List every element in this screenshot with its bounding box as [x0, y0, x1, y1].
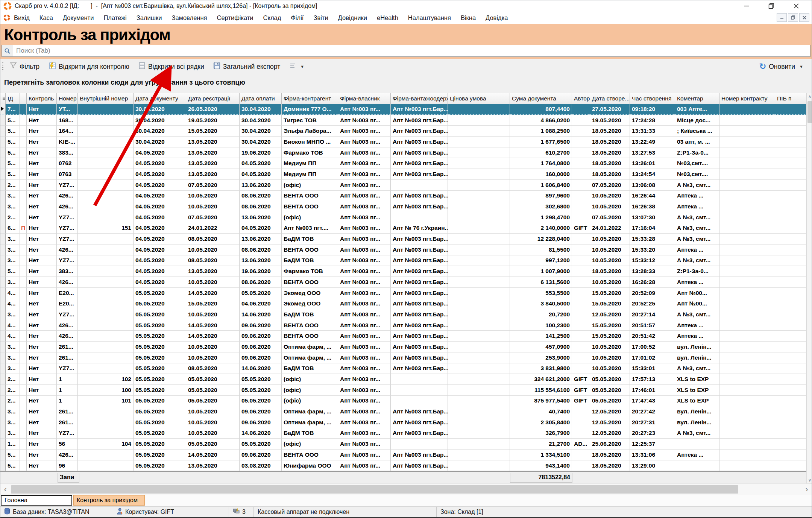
- table-cell[interactable]: 20:27:31: [630, 417, 675, 428]
- table-cell[interactable]: [775, 298, 806, 309]
- table-cell[interactable]: 04.05.2020: [134, 234, 186, 245]
- table-cell[interactable]: Апт №003 пг...: [338, 147, 391, 158]
- table-cell[interactable]: 20:51:57: [630, 320, 675, 331]
- table-cell[interactable]: [20, 104, 27, 115]
- table-cell[interactable]: 25.06.2020: [590, 439, 630, 450]
- table-cell[interactable]: [572, 277, 590, 288]
- search-input[interactable]: [13, 45, 810, 56]
- table-cell[interactable]: [20, 396, 27, 407]
- table-cell[interactable]: [719, 137, 775, 147]
- table-cell[interactable]: [775, 385, 806, 396]
- table-cell[interactable]: Экомед ООО: [282, 288, 338, 299]
- table-cell[interactable]: Апт №003 пгт.Бар...: [391, 104, 448, 115]
- table-cell[interactable]: [719, 396, 775, 407]
- table-cell[interactable]: [719, 363, 775, 374]
- table-cell[interactable]: Нет: [27, 212, 57, 223]
- table-cell[interactable]: Апт №003 пг...: [338, 277, 391, 288]
- table-cell[interactable]: [78, 245, 134, 255]
- table-cell[interactable]: [448, 298, 510, 309]
- table-cell[interactable]: Нет: [27, 352, 57, 363]
- table-cell[interactable]: [775, 201, 806, 212]
- column-header[interactable]: Контроль: [27, 93, 57, 104]
- table-cell[interactable]: 17:00:52: [630, 342, 675, 352]
- table-cell[interactable]: Нет: [27, 309, 57, 320]
- table-cell[interactable]: [78, 137, 134, 147]
- table-cell[interactable]: Апт №003 пгт.Бар...: [391, 298, 448, 309]
- table-cell[interactable]: Апт №003 пг...: [338, 288, 391, 299]
- table-cell[interactable]: 04.05.2020: [134, 201, 186, 212]
- column-header[interactable]: Сума документа: [510, 93, 572, 104]
- table-cell[interactable]: [775, 309, 806, 320]
- table-cell[interactable]: [775, 320, 806, 331]
- table-cell[interactable]: 15.05.2020: [186, 298, 240, 309]
- menu-item[interactable]: Налаштування: [408, 14, 451, 21]
- table-cell[interactable]: 3...: [6, 191, 20, 202]
- column-header[interactable]: Номер контракту: [719, 93, 775, 104]
- table-cell[interactable]: 05.05.2020: [134, 396, 186, 407]
- table-cell[interactable]: 13:31:33: [630, 126, 675, 137]
- table-cell[interactable]: А №3, смт...: [675, 180, 719, 191]
- table-cell[interactable]: 12.05.2020: [590, 406, 630, 417]
- table-cell[interactable]: 3...: [6, 342, 20, 352]
- table-cell[interactable]: 19.06.2020: [240, 147, 282, 158]
- table-cell[interactable]: Нет: [27, 266, 57, 277]
- table-cell[interactable]: 15:33:28: [630, 234, 675, 245]
- table-cell[interactable]: 3...: [6, 363, 20, 374]
- table-cell[interactable]: 7...: [6, 104, 20, 115]
- table-row[interactable]: 2...Нет110005.05.202005.05.202005.05.202…: [0, 385, 806, 396]
- table-cell[interactable]: 16:26:44: [630, 191, 675, 202]
- table-cell[interactable]: 20:27:23: [630, 428, 675, 439]
- table-cell[interactable]: 5...: [6, 137, 20, 147]
- table-cell[interactable]: 17:46:01: [630, 385, 675, 396]
- table-cell[interactable]: 3...: [6, 428, 20, 439]
- table-cell[interactable]: 5...: [6, 169, 20, 180]
- table-cell[interactable]: 24.01.2022: [186, 223, 240, 234]
- table-cell[interactable]: Апт №003 пгт.Бар...: [391, 288, 448, 299]
- table-cell[interactable]: 426...: [57, 201, 78, 212]
- table-cell[interactable]: [775, 234, 806, 245]
- table-cell[interactable]: 04.06.2020: [240, 298, 282, 309]
- table-cell[interactable]: [719, 201, 775, 212]
- table-cell[interactable]: [391, 374, 448, 385]
- table-cell[interactable]: Аптека ...: [675, 320, 719, 331]
- table-cell[interactable]: БаДМ ТОВ: [282, 234, 338, 245]
- table-cell[interactable]: 875 977,5400: [510, 396, 572, 407]
- table-cell[interactable]: [572, 331, 590, 342]
- table-cell[interactable]: Апт №003 пгт.Бар...: [391, 363, 448, 374]
- table-cell[interactable]: ВЕНТА ООО: [282, 201, 338, 212]
- table-cell[interactable]: [572, 104, 590, 115]
- table-cell[interactable]: 3...: [6, 417, 20, 428]
- table-cell[interactable]: [775, 428, 806, 439]
- table-cell[interactable]: Экомед ООО: [282, 298, 338, 309]
- table-cell[interactable]: [391, 212, 448, 223]
- table-cell[interactable]: [719, 331, 775, 342]
- table-cell[interactable]: [719, 234, 775, 245]
- menu-item[interactable]: Філії: [291, 14, 304, 21]
- table-cell[interactable]: 04.05.2020: [134, 277, 186, 288]
- table-row[interactable]: 2...НетYZ7...04.05.202007.05.202013.06.2…: [0, 180, 806, 191]
- table-cell[interactable]: [448, 385, 510, 396]
- table-cell[interactable]: 09.06.2020: [240, 406, 282, 417]
- table-cell[interactable]: [775, 352, 806, 363]
- table-cell[interactable]: Нет: [27, 137, 57, 147]
- table-cell[interactable]: 08.05.2020: [186, 234, 240, 245]
- table-cell[interactable]: 160,0000: [510, 169, 572, 180]
- table-cell[interactable]: 05.05.2020: [186, 439, 240, 450]
- table-cell[interactable]: 05.05.2020: [590, 385, 630, 396]
- table-cell[interactable]: [448, 450, 510, 460]
- table-cell[interactable]: [775, 212, 806, 223]
- table-cell[interactable]: [572, 126, 590, 137]
- table-cell[interactable]: Місце дос...: [675, 115, 719, 126]
- table-cell[interactable]: П: [20, 223, 27, 234]
- table-cell[interactable]: [20, 201, 27, 212]
- table-cell[interactable]: [719, 147, 775, 158]
- table-cell[interactable]: Апт №003 пг...: [338, 331, 391, 342]
- table-cell[interactable]: 09.06.2020: [240, 417, 282, 428]
- table-cell[interactable]: YZ7...: [57, 255, 78, 266]
- table-cell[interactable]: [448, 417, 510, 428]
- table-cell[interactable]: 13:07:30: [630, 212, 675, 223]
- table-row[interactable]: 3...Нет261...05.05.202010.05.202009.06.2…: [0, 406, 806, 417]
- table-cell[interactable]: 07.05.2020: [186, 180, 240, 191]
- table-row[interactable]: 7...НетУТ...30.04.202026.05.202030.04.20…: [0, 104, 806, 115]
- tab-kontrol-za-prykhidom[interactable]: Контроль за прихідом: [73, 495, 145, 506]
